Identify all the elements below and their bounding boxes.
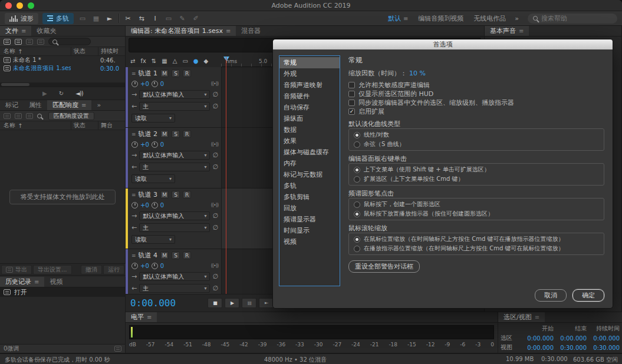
panel-menu-icon[interactable]: ≡: [535, 314, 539, 320]
loudness-column-headers[interactable]: 名称↑ 状态 舞台: [0, 121, 125, 130]
radio-button[interactable]: [354, 211, 360, 217]
track-drag-handle-icon[interactable]: ≡: [131, 253, 136, 259]
radio-row[interactable]: 余弦（S 曲线）: [354, 140, 599, 149]
metronome-icon[interactable]: △: [173, 58, 177, 64]
volume-value[interactable]: +0: [140, 81, 149, 87]
zoom-button[interactable]: [28, 2, 34, 9]
trash-icon[interactable]: [37, 39, 44, 45]
tab-match-loudness[interactable]: 匹配响度 ≡: [47, 100, 91, 110]
bypass-icon[interactable]: ∅: [212, 91, 218, 98]
checkbox[interactable]: [348, 82, 355, 88]
track-drag-handle-icon[interactable]: ≡: [131, 131, 136, 137]
track-name[interactable]: 轨道 2: [139, 130, 158, 138]
radio-button[interactable]: [354, 141, 360, 148]
bypass-icon[interactable]: ∅: [212, 151, 218, 159]
radio-button[interactable]: [354, 176, 360, 183]
volume-value[interactable]: +0: [140, 263, 149, 269]
run-button[interactable]: 运行: [103, 265, 124, 274]
magnet-icon[interactable]: ◆: [204, 58, 209, 64]
grid-view-icon[interactable]: ▦: [162, 58, 167, 64]
track-header[interactable]: ≡ 轨道 3 M S R +0 0 ((•)): [126, 188, 221, 249]
category-item[interactable]: 媒体与磁盘缓存: [279, 147, 340, 158]
pencil-tool-icon[interactable]: ✎: [177, 15, 187, 22]
pan-value[interactable]: 0: [160, 81, 164, 87]
bypass-icon[interactable]: ∅: [212, 284, 218, 292]
snap-icon[interactable]: ●: [193, 58, 199, 64]
export-button[interactable]: 导出: [1, 265, 32, 274]
tab-levels[interactable]: 电平 ≡: [126, 312, 157, 322]
tab-selection-view[interactable]: 选区/视图 ≡: [498, 312, 545, 322]
bypass-icon[interactable]: ∅: [212, 163, 218, 171]
solo-button[interactable]: S: [172, 252, 180, 259]
checkbox[interactable]: [348, 108, 355, 115]
category-item[interactable]: 数据: [279, 124, 340, 135]
category-item[interactable]: 多轨剪辑: [279, 191, 340, 203]
tab-markers[interactable]: 标记: [0, 100, 24, 110]
category-item[interactable]: 视频: [279, 236, 340, 247]
volume-knob[interactable]: [131, 263, 138, 269]
add-file-icon[interactable]: [4, 113, 11, 119]
track-input-select[interactable]: 默认立体声输入 ▾: [139, 151, 210, 160]
bypass-icon[interactable]: ∅: [212, 212, 218, 220]
workspace-menu-icon[interactable]: ≡: [403, 15, 408, 22]
tab-properties[interactable]: 属性: [24, 100, 47, 110]
checkbox-row[interactable]: 同步波形编辑器中文件的选区、缩放级别、播放指示器: [348, 98, 604, 107]
tab-mixer[interactable]: 混音器: [236, 26, 266, 36]
checkbox-row[interactable]: 仅显示所选区范围的 HUD: [348, 90, 604, 98]
category-item[interactable]: 操纵面: [279, 113, 340, 124]
undo-button[interactable]: 撤消: [81, 265, 102, 274]
track-name[interactable]: 轨道 1: [139, 69, 158, 78]
dialog-titlebar[interactable]: 首选项: [273, 39, 613, 49]
selection-end-value[interactable]: 0:00.000: [554, 335, 587, 342]
track-output-select[interactable]: 主 ▾: [139, 223, 210, 232]
search-input[interactable]: [541, 15, 612, 22]
category-item[interactable]: 多轨: [279, 180, 340, 191]
import-file-icon[interactable]: [15, 39, 22, 45]
speaker-icon[interactable]: ◄)): [75, 90, 83, 97]
radio-row[interactable]: 线性/对数: [354, 130, 599, 140]
view-end-value[interactable]: 0:30.000: [554, 345, 587, 351]
workspace-overflow-icon[interactable]: »: [515, 15, 519, 22]
panel-menu-icon[interactable]: ≡: [21, 28, 26, 34]
track-name[interactable]: 轨道 4: [139, 251, 158, 260]
tab-overflow-icon[interactable]: »: [91, 100, 106, 110]
fx-rack-icon[interactable]: fx: [140, 58, 146, 64]
tab-files[interactable]: 文件 ≡: [0, 26, 31, 36]
files-hscrollbar[interactable]: [0, 82, 125, 87]
tab-favorites[interactable]: 收藏夹: [31, 26, 61, 36]
selection-start-value[interactable]: 0:00.000: [521, 335, 554, 342]
files-search-field[interactable]: [48, 38, 91, 45]
loop-icon[interactable]: ↻: [59, 90, 64, 97]
tab-editor[interactable]: 编辑器: 未命名混音项目 1.sesx ≡: [126, 26, 236, 36]
dual-display-icon[interactable]: ▭: [78, 15, 87, 22]
arm-record-button[interactable]: R: [183, 191, 191, 198]
arm-record-button[interactable]: R: [183, 130, 191, 138]
pan-knob[interactable]: [152, 141, 158, 148]
open-file-icon[interactable]: [4, 39, 11, 45]
play-button[interactable]: ▶: [225, 298, 239, 308]
track-drag-handle-icon[interactable]: ≡: [131, 71, 136, 77]
radio-button[interactable]: [354, 201, 360, 208]
playhead-handle[interactable]: [223, 57, 229, 61]
track-input-select[interactable]: 默认立体声输入 ▾: [139, 272, 210, 281]
track-output-select[interactable]: 主 ▾: [139, 284, 210, 293]
automation-mode-select[interactable]: 读取 ▾: [131, 235, 175, 244]
radio-row[interactable]: 上下文菜单（使用 Shift 键 + 单击可扩展选区）: [354, 165, 599, 174]
video-panel-icon[interactable]: ▭: [182, 58, 187, 64]
solo-button[interactable]: S: [172, 130, 180, 138]
category-item[interactable]: 频谱显示器: [279, 214, 340, 225]
pan-knob[interactable]: [152, 81, 158, 87]
track-header[interactable]: ≡ 轨道 2 M S R +0 0 ((•)): [126, 128, 221, 188]
close-button[interactable]: [5, 2, 12, 9]
split-view-icon[interactable]: ▦: [91, 15, 101, 22]
move-tool-icon[interactable]: ►: [105, 15, 114, 22]
trash-icon[interactable]: [26, 113, 33, 119]
radio-button[interactable]: [354, 167, 360, 173]
pan-knob[interactable]: [152, 263, 158, 269]
radio-row[interactable]: 鼠标按下放置播放指示器（按住可创建圆形选区）: [354, 209, 599, 219]
track-input-select[interactable]: 默认立体声输入 ▾: [139, 211, 210, 220]
tab-history[interactable]: 历史记录 ≡: [0, 277, 44, 287]
selection-duration-value[interactable]: 0:00.000: [587, 335, 620, 342]
panel-menu-icon[interactable]: ≡: [81, 102, 86, 108]
ok-button[interactable]: 确定: [572, 289, 604, 302]
